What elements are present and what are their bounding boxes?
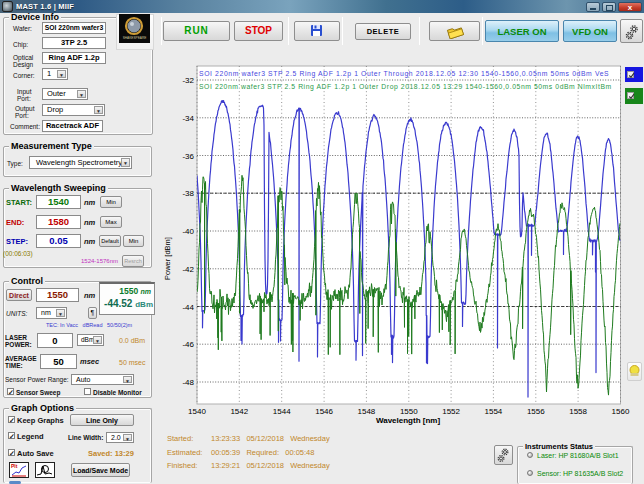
svg-text:Wavelength [nm]: Wavelength [nm] [376, 416, 440, 425]
svg-text:-38: -38 [182, 189, 194, 198]
svg-text:-40: -40 [182, 227, 194, 236]
svg-text:1548: 1548 [358, 407, 376, 416]
svg-text:Power [dBm]: Power [dBm] [163, 237, 172, 280]
svg-text:-42: -42 [182, 265, 194, 274]
svg-text:1560: 1560 [612, 407, 630, 416]
svg-text:-32: -32 [182, 76, 194, 85]
svg-text:SOI 220nm wafer3 STP 2.5 Ring: SOI 220nm wafer3 STP 2.5 Ring ADF 1.2p 1… [199, 70, 609, 78]
svg-text:-36: -36 [182, 152, 194, 161]
svg-text:1546: 1546 [315, 407, 333, 416]
svg-text:1544: 1544 [273, 407, 291, 416]
svg-text:-44: -44 [182, 303, 194, 312]
svg-text:-48: -48 [182, 378, 194, 387]
svg-text:1558: 1558 [569, 407, 587, 416]
svg-text:1556: 1556 [527, 407, 545, 416]
svg-text:SOI 220nm wafer3 STP 2.5 Ring: SOI 220nm wafer3 STP 2.5 Ring ADF 1.2p 1… [199, 83, 612, 91]
svg-text:-46: -46 [182, 340, 194, 349]
svg-text:1552: 1552 [442, 407, 460, 416]
svg-text:1540: 1540 [188, 407, 206, 416]
svg-text:-34: -34 [182, 114, 194, 123]
svg-text:1550: 1550 [400, 407, 418, 416]
svg-text:1554: 1554 [485, 407, 503, 416]
svg-text:1542: 1542 [230, 407, 248, 416]
